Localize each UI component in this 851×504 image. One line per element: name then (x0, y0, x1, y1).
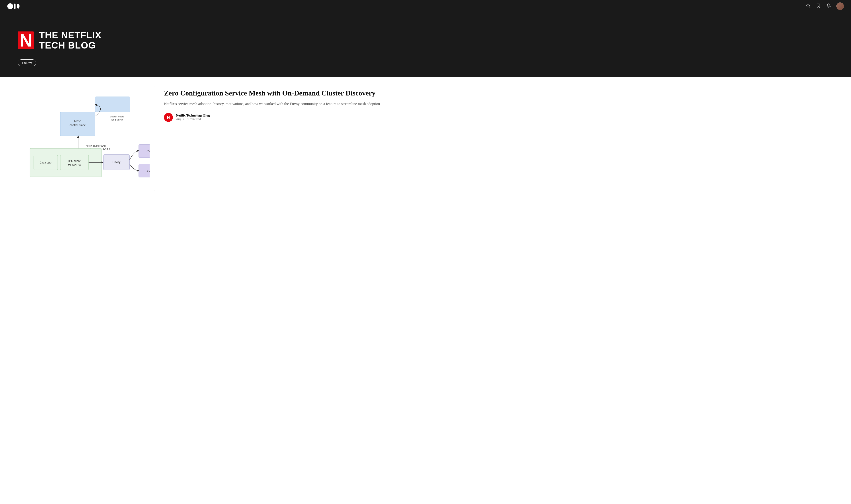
svg-text:Java app: Java app (40, 161, 51, 164)
article-section: Mesh control plane cluster hosts for SVI… (0, 77, 851, 200)
blog-title: THE NETFLIX TECH BLOG (39, 30, 102, 51)
netflix-logo-icon: N (18, 32, 34, 49)
article-meta: Zero Configuration Service Mesh with On-… (164, 86, 833, 122)
svg-text:fetch cluster and: fetch cluster and (86, 144, 106, 147)
author-info: Netflix Technology Blog Aug 30 · 9 min r… (176, 114, 210, 121)
article-title: Zero Configuration Service Mesh with On-… (164, 89, 833, 97)
svg-text:for SVIP A: for SVIP A (68, 163, 81, 167)
svg-text:Envoy: Envoy (112, 160, 121, 164)
article-diagram: Mesh control plane cluster hosts for SVI… (18, 86, 155, 191)
article-date: Aug 30 · 9 min read (176, 118, 210, 121)
nav-right-icons (806, 2, 844, 10)
svg-point-2 (17, 4, 19, 8)
bookmark-icon[interactable] (816, 3, 821, 9)
follow-button[interactable]: Follow (18, 59, 36, 66)
author-name: Netflix Technology Blog (176, 114, 210, 118)
svg-text:N: N (167, 115, 170, 120)
hero-banner: N THE NETFLIX TECH BLOG Follow (0, 13, 851, 77)
svg-text:SVIP A host: SVIP A host (146, 169, 149, 173)
author-row: N Netflix Technology Blog Aug 30 · 9 min… (164, 113, 833, 122)
svg-text:control plane: control plane (70, 123, 86, 127)
svg-point-0 (7, 3, 13, 9)
svg-text:for SVIP A: for SVIP A (111, 118, 123, 121)
author-avatar-icon: N (164, 113, 173, 122)
svg-text:IPC client: IPC client (69, 159, 81, 163)
search-icon[interactable] (806, 3, 811, 9)
svg-text:Mesh: Mesh (74, 120, 81, 123)
top-navigation (0, 0, 851, 13)
svg-rect-1 (14, 3, 16, 9)
svg-point-3 (807, 4, 810, 7)
svg-text:cluster hosts: cluster hosts (110, 115, 124, 118)
svg-line-4 (809, 7, 810, 7)
avatar[interactable] (836, 2, 844, 10)
bell-icon[interactable] (826, 3, 831, 9)
article-subtitle: Netflix's service mesh adoption: history… (164, 101, 833, 107)
svg-text:SVIP A host: SVIP A host (146, 149, 149, 153)
medium-logo-icon (7, 3, 19, 10)
svg-text:N: N (19, 32, 32, 49)
nav-logo[interactable] (7, 3, 19, 10)
diagram-svg: Mesh control plane cluster hosts for SVI… (23, 91, 149, 184)
brand-logo-area: N THE NETFLIX TECH BLOG (18, 30, 102, 51)
